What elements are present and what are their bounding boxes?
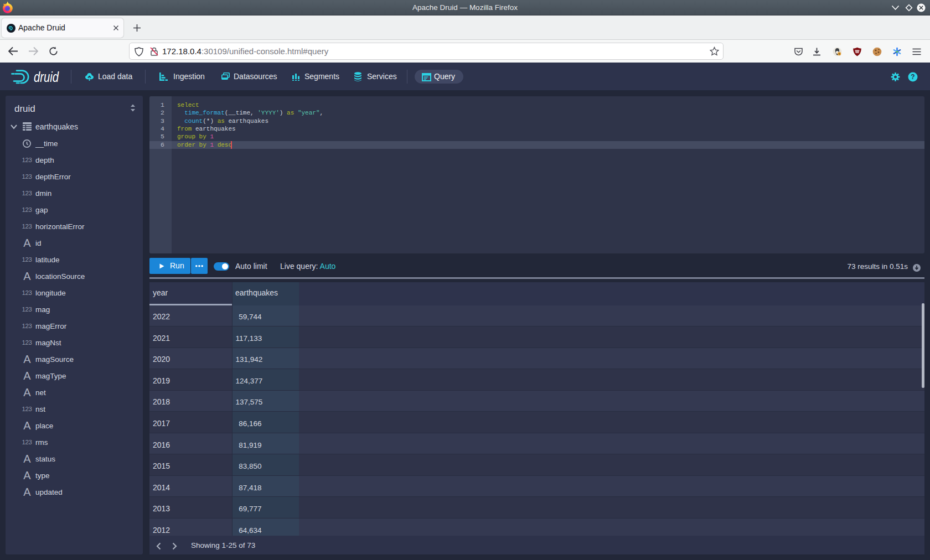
svg-text:?: ?: [911, 73, 914, 81]
